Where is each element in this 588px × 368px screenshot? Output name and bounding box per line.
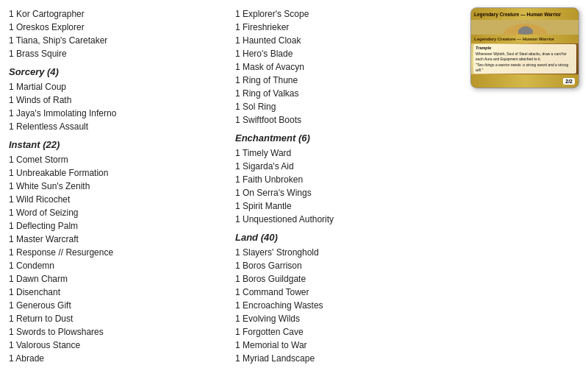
list-item: 1 Relentless Assault [9,120,226,133]
list-item: 1 Tiana, Ship's Caretaker [9,34,226,47]
list-item: 1 Ring of Thune [235,74,453,87]
list-item: 1 Dawn Charm [9,272,226,286]
list-item: 1 Wild Ricochet [9,193,226,206]
enchantment-section: Enchantment (6) 1 Timely Ward 1 Sigarda'… [235,131,453,226]
list-item: 1 Evolving Wilds [235,312,453,325]
list-item: 1 Faith Unbroken [235,173,453,186]
list-item: 1 Comet Storm [9,153,226,166]
list-item: 1 Swords to Plowshares [9,325,226,339]
equipment-items: 1 Explorer's Scope 1 Fireshrieker 1 Haun… [235,7,453,127]
card-type-line: Legendary Creature — Human Warrior [471,35,578,43]
list-item: 1 Martial Coup [9,80,226,93]
card-text-box: Trample Whenever Wyleth, Soul of Steel a… [473,44,576,74]
list-item: 1 Hero's Blade [235,47,453,60]
card-image-column: Legendary Creature — Human Warrior [462,7,579,361]
list-item: 1 Slayers' Stronghold [235,246,453,259]
instant-header: Instant (22) [9,138,226,152]
list-item: 1 Abrade [9,352,226,365]
list-item: 1 Haunted Cloak [235,34,453,47]
list-item: 1 Encroaching Wastes [235,299,453,312]
list-item: 1 Boros Garrison [235,259,453,272]
list-item: 1 Forgotten Cave [235,325,453,339]
list-item: 1 Winds of Rath [9,93,226,107]
list-item: 1 Explorer's Scope [235,7,453,21]
list-item: 1 Valorous Stance [9,339,226,352]
card-power-toughness-bar: 2/2 [471,74,578,88]
list-item: 1 Ring of Valkas [235,87,453,100]
list-item: 1 Mask of Avacyn [235,60,453,74]
column-2: 1 Explorer's Scope 1 Fireshrieker 1 Haun… [235,7,462,361]
list-item: 1 Boros Guildgate [235,272,453,286]
list-item: 1 Word of Seizing [9,206,226,219]
list-item: 1 Unbreakable Formation [9,166,226,180]
card-art-svg [471,20,578,35]
list-item: 1 Jaya's Immolating Inferno [9,107,226,120]
land-header: Land (40) [235,230,453,245]
list-item: 1 Master Warcraft [9,233,226,246]
list-item: 1 Swiftfoot Boots [235,113,453,127]
list-item: 1 Generous Gift [9,299,226,312]
list-item: 1 Brass Squire [9,47,226,60]
card-name-bar: Legendary Creature — Human Warrior [471,8,578,20]
list-item: 1 Myriad Landscape [235,352,453,365]
enchantment-header: Enchantment (6) [235,131,453,146]
main-page: 1 Kor Cartographer 1 Oreskos Explorer 1 … [0,0,588,368]
list-item: 1 Timely Ward [235,146,453,160]
card-power-toughness: 2/2 [563,78,575,85]
card-art [471,20,578,35]
list-item: 1 Kor Cartographer [9,7,226,21]
list-item: 1 Sol Ring [235,100,453,113]
list-item: 1 On Serra's Wings [235,186,453,199]
card-image: Legendary Creature — Human Warrior [470,7,579,88]
list-item: 1 Return to Dust [9,312,226,325]
list-item: 1 Spirit Mantle [235,199,453,213]
col1-top-items: 1 Kor Cartographer 1 Oreskos Explorer 1 … [9,7,226,60]
list-item: 1 White Sun's Zenith [9,180,226,193]
list-item: 1 Disenchant [9,286,226,299]
list-item: 1 Command Tower [235,286,453,299]
list-item: 1 Response // Resurgence [9,246,226,259]
column-1: 1 Kor Cartographer 1 Oreskos Explorer 1 … [9,7,235,361]
list-item: 1 Unquestioned Authority [235,213,453,226]
list-item: 1 Deflecting Palm [9,219,226,233]
list-item: 1 Memorial to War [235,339,453,352]
sorcery-section: Sorcery (4) 1 Martial Coup 1 Winds of Ra… [9,65,226,133]
instant-section: Instant (22) 1 Comet Storm 1 Unbreakable… [9,138,226,365]
sorcery-header: Sorcery (4) [9,65,226,79]
land-section: Land (40) 1 Slayers' Stronghold 1 Boros … [235,230,453,365]
list-item: 1 Sigarda's Aid [235,160,453,173]
list-item: 1 Oreskos Explorer [9,21,226,34]
list-item: 1 Condemn [9,259,226,272]
list-item: 1 Fireshrieker [235,21,453,34]
